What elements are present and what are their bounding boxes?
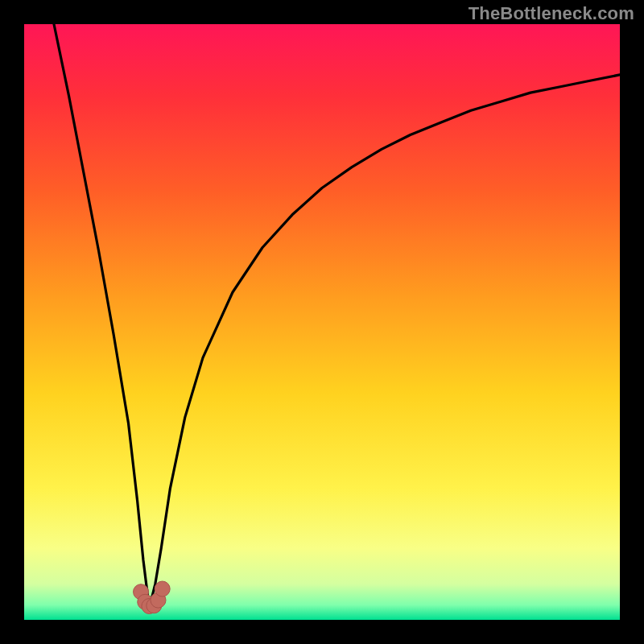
chart-frame: TheBottleneck.com <box>0 0 644 644</box>
minimum-markers <box>134 581 171 613</box>
watermark-text: TheBottleneck.com <box>469 3 634 24</box>
bottleneck-curve <box>24 24 620 620</box>
curve-marker <box>155 581 170 597</box>
plot-area <box>24 24 620 620</box>
curve-path <box>54 24 620 608</box>
